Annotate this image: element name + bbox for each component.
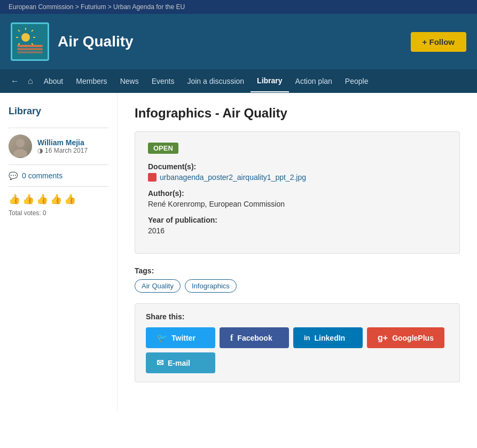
linkedin-icon: in <box>304 334 310 342</box>
info-box: OPEN Document(s): urbanagenda_poster2_ai… <box>135 131 460 254</box>
share-email-button[interactable]: ✉ E-mail <box>146 352 215 373</box>
author-name[interactable]: William Mejia <box>37 138 88 147</box>
share-googleplus-button[interactable]: g+ GooglePlus <box>367 327 444 348</box>
header-left: Air Quality <box>11 22 134 61</box>
logo-box <box>11 22 49 61</box>
document-icon <box>148 173 157 182</box>
follow-button[interactable]: + Follow <box>411 32 466 52</box>
nav-home-icon[interactable]: ⌂ <box>24 70 37 92</box>
sidebar-title: Library <box>9 106 108 117</box>
googleplus-label: GooglePlus <box>392 334 434 342</box>
nav-item-events[interactable]: Events <box>145 70 181 92</box>
share-linkedin-button[interactable]: in LinkedIn <box>293 327 363 348</box>
svg-line-7 <box>32 30 33 32</box>
nav-back-arrow[interactable]: ← <box>6 70 24 92</box>
nav-item-join-discussion[interactable]: Join a discussion <box>181 70 251 92</box>
facebook-label: Facebook <box>237 334 272 342</box>
twitter-label: Twitter <box>171 334 196 342</box>
document-filename: urbanagenda_poster2_airquality1_ppt_2.jp… <box>160 173 306 182</box>
page-header-title: Air Quality <box>58 33 134 50</box>
author-row: William Mejia ◑ 16 March 2017 <box>9 135 108 158</box>
document-link-container: urbanagenda_poster2_airquality1_ppt_2.jp… <box>148 173 447 182</box>
tags-label: Tags: <box>135 266 460 275</box>
sidebar-divider-2 <box>9 164 108 165</box>
nav-item-action-plan[interactable]: Action plan <box>289 70 339 92</box>
twitter-icon: 🐦 <box>157 333 167 343</box>
thumb-2[interactable]: 👍 <box>22 193 34 205</box>
year-label: Year of publication: <box>148 216 447 224</box>
thumb-4[interactable]: 👍 <box>50 193 62 205</box>
svg-point-12 <box>16 139 25 147</box>
email-icon: ✉ <box>157 358 163 368</box>
open-badge: OPEN <box>148 143 178 154</box>
nav-item-library[interactable]: Library <box>251 70 288 92</box>
tag-infographics[interactable]: Infographics <box>185 279 237 293</box>
tag-air-quality[interactable]: Air Quality <box>135 279 181 293</box>
comments-count: 0 comments <box>22 171 62 180</box>
main-layout: Library William Mejia ◑ 16 March 2017 <box>0 93 477 413</box>
avatar <box>9 135 32 158</box>
nav-bar: ← ⌂ About Members News Events Join a dis… <box>0 69 477 93</box>
svg-point-13 <box>13 149 27 157</box>
svg-rect-10 <box>17 48 43 50</box>
content-area: Infographics - Air Quality OPEN Document… <box>118 93 477 413</box>
svg-rect-9 <box>17 45 43 47</box>
documents-label: Document(s): <box>148 162 447 171</box>
nav-item-news[interactable]: News <box>114 70 145 92</box>
clock-icon: ◑ <box>37 147 43 154</box>
thumb-5[interactable]: 👍 <box>64 193 76 205</box>
svg-line-8 <box>18 43 20 45</box>
svg-line-6 <box>32 43 33 45</box>
linkedin-label: LinkedIn <box>315 334 346 342</box>
googleplus-icon: g+ <box>378 333 388 343</box>
share-buttons: 🐦 Twitter f Facebook in LinkedIn g+ Goog… <box>146 327 449 373</box>
avatar-img <box>9 135 32 158</box>
facebook-icon: f <box>230 333 233 343</box>
breadcrumb: European Commission > Futurium > Urban A… <box>0 0 477 14</box>
year-value: 2016 <box>148 226 447 235</box>
svg-rect-11 <box>17 51 43 53</box>
header: Air Quality + Follow <box>0 14 477 69</box>
authors-label: Author(s): <box>148 189 447 198</box>
thumb-1[interactable]: 👍 <box>9 193 20 205</box>
sidebar-divider-3 <box>9 186 108 187</box>
share-facebook-button[interactable]: f Facebook <box>220 327 289 348</box>
share-twitter-button[interactable]: 🐦 Twitter <box>146 327 215 348</box>
share-label: Share this: <box>146 312 449 321</box>
document-link[interactable]: urbanagenda_poster2_airquality1_ppt_2.jp… <box>148 173 447 182</box>
sidebar: Library William Mejia ◑ 16 March 2017 <box>0 93 118 413</box>
nav-item-people[interactable]: People <box>339 70 375 92</box>
authors-value: René Korenromp, European Commission <box>148 200 447 208</box>
comment-icon: 💬 <box>9 171 18 180</box>
svg-point-0 <box>21 33 30 42</box>
thumbs-row: 👍 👍 👍 👍 👍 <box>9 193 108 205</box>
thumb-3[interactable]: 👍 <box>36 193 48 205</box>
sidebar-divider <box>9 128 108 128</box>
email-label: E-mail <box>168 359 190 367</box>
total-votes: Total votes: 0 <box>9 209 108 217</box>
author-date: ◑ 16 March 2017 <box>37 147 88 154</box>
tags-row: Air Quality Infographics <box>135 279 460 293</box>
svg-line-5 <box>18 30 20 32</box>
content-title: Infographics - Air Quality <box>135 106 460 121</box>
nav-item-members[interactable]: Members <box>69 70 113 92</box>
share-section: Share this: 🐦 Twitter f Facebook in Link… <box>135 303 460 382</box>
comments-row[interactable]: 💬 0 comments <box>9 171 108 180</box>
tags-section: Tags: Air Quality Infographics <box>135 266 460 293</box>
nav-item-about[interactable]: About <box>37 70 70 92</box>
